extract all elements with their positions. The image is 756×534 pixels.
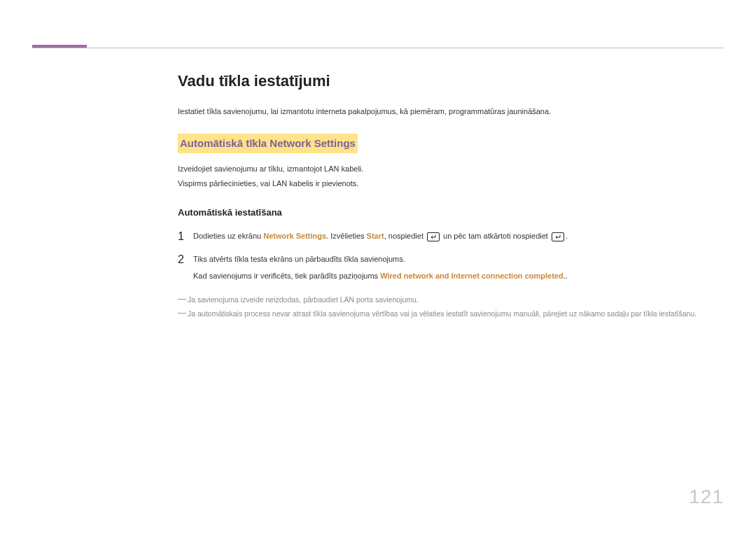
section-heading-wrap: Automātiskā tīkla Network Settings (178, 134, 724, 153)
step-1-text-e: . (566, 232, 568, 240)
header-rule (32, 48, 724, 48)
note-dash-icon: ― (178, 294, 188, 304)
note-dash-icon: ― (178, 308, 188, 318)
page-number: 121 (689, 482, 724, 513)
note-1: ― Ja savienojuma izveide neizdodas, pārb… (178, 294, 724, 306)
note-2-text: Ja automātiskais process nevar atrast tī… (188, 308, 724, 320)
step-2-line-2-accent: Wired network and Internet connection co… (380, 272, 566, 280)
page-title: Vadu tīkla iestatījumi (178, 69, 724, 93)
intro-paragraph: Iestatiet tīkla savienojumu, lai izmanto… (178, 106, 724, 118)
step-2-body: Tiks atvērts tīkla testa ekrāns un pārba… (193, 253, 724, 282)
step-2-line-2-prefix: Kad savienojums ir verificēts, tiek parā… (193, 272, 380, 280)
enter-icon (427, 232, 440, 241)
step-1: 1 Dodieties uz ekrānu Network Settings. … (178, 230, 724, 243)
step-1-text-a: Dodieties uz ekrānu (193, 232, 263, 240)
enter-icon (552, 232, 564, 241)
content-area: Vadu tīkla iestatījumi Iestatiet tīkla s… (178, 69, 724, 321)
step-1-accent-1: Network Settings (263, 232, 326, 240)
step-1-number: 1 (178, 230, 193, 242)
section-para-2: Vispirms pārliecinieties, vai LAN kabeli… (178, 178, 724, 190)
step-2-number: 2 (178, 253, 193, 265)
step-2: 2 Tiks atvērts tīkla testa ekrāns un pār… (178, 253, 724, 282)
active-tab-indicator (32, 45, 87, 48)
section-para-1: Izveidojiet savienojumu ar tīklu, izmant… (178, 163, 724, 176)
step-2-line-2-suffix: . (566, 272, 568, 280)
note-1-text: Ja savienojuma izveide neizdodas, pārbau… (188, 294, 724, 306)
sub-heading: Automātiskā iestatīšana (178, 206, 724, 220)
step-1-body: Dodieties uz ekrānu Network Settings. Iz… (193, 230, 724, 243)
step-1-text-d: un pēc tam atkārtoti nospiediet (441, 232, 550, 240)
step-1-accent-2: Start (367, 232, 384, 240)
note-2: ― Ja automātiskais process nevar atrast … (178, 308, 724, 320)
section-heading: Automātiskā tīkla Network Settings (178, 134, 358, 153)
step-1-text-b: . Izvēlieties (326, 232, 366, 240)
step-2-line-1: Tiks atvērts tīkla testa ekrāns un pārba… (193, 253, 724, 266)
step-2-line-2: Kad savienojums ir verificēts, tiek parā… (193, 270, 724, 283)
manual-page: Vadu tīkla iestatījumi Iestatiet tīkla s… (0, 0, 756, 534)
step-1-text-c: , nospiediet (384, 232, 426, 240)
